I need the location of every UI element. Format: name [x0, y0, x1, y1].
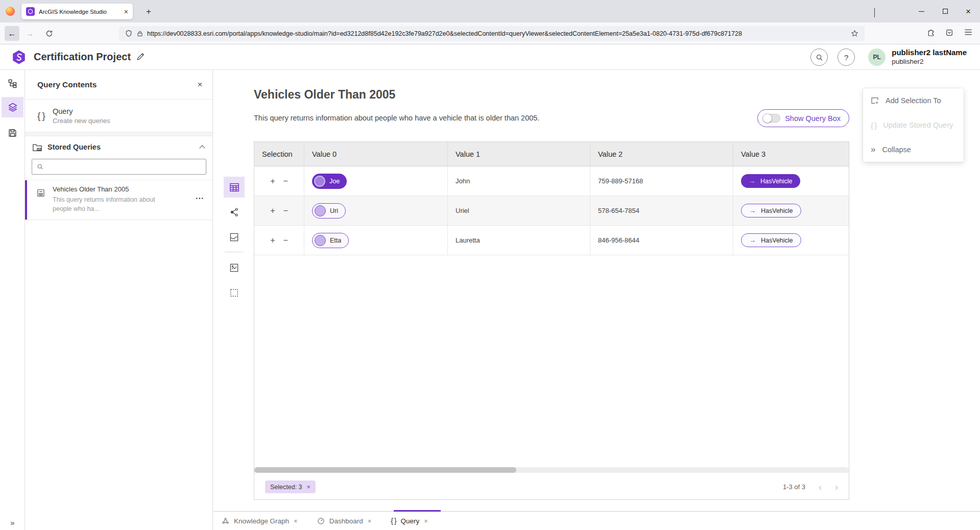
edit-title-icon[interactable] [136, 52, 146, 61]
cell-phone[interactable]: 846-956-8644 [590, 226, 733, 255]
panel-title: Query Contents [37, 80, 198, 89]
cell-name[interactable]: John [448, 166, 590, 196]
search-input[interactable] [47, 163, 201, 171]
firefox-icon[interactable] [6, 7, 15, 16]
menu-item-add-selection-to[interactable]: Add Selection To [863, 88, 964, 113]
column-header[interactable]: Value 1 [448, 142, 590, 166]
table-view-icon[interactable] [224, 177, 245, 198]
toggle-track[interactable] [762, 114, 780, 123]
stored-query-doc-icon [36, 188, 45, 213]
query-contents-panel: Query Contents × { } Query Create new qu… [25, 70, 213, 530]
tab-knowledge-graph[interactable]: Knowledge Graph × [222, 517, 298, 525]
toolbar-divider [225, 252, 244, 252]
query-item-subtitle: Create new queries [53, 117, 110, 125]
tab-label: Query [401, 517, 420, 525]
show-query-box-toggle[interactable]: Show Query Box [757, 109, 849, 127]
data-model-icon[interactable] [2, 73, 23, 93]
window-close-button[interactable]: × [957, 0, 980, 22]
braces-icon: { } [391, 517, 396, 525]
close-tab-icon[interactable]: × [294, 517, 298, 525]
window-minimize-button[interactable] [910, 0, 933, 22]
forward-button[interactable]: → [22, 26, 37, 41]
contents-layers-icon[interactable] [2, 97, 23, 117]
column-header[interactable]: Value 2 [590, 142, 733, 166]
stored-query-options-icon[interactable]: ••• [196, 196, 204, 201]
collapse-section-icon[interactable] [199, 145, 205, 151]
column-header[interactable]: Selection [254, 142, 304, 166]
selected-count-label: Selected: 3 [270, 484, 302, 491]
active-tab-indicator [394, 510, 441, 512]
map-view-icon[interactable] [224, 227, 245, 248]
browser-tab[interactable]: ArcGIS Knowledge Studio × [21, 4, 133, 19]
browser-navbar: ← → https://dev0028833.esri.com/portal/a… [0, 22, 980, 44]
add-to-selection-button[interactable]: + [270, 177, 275, 185]
list-all-tabs-icon[interactable] [874, 8, 875, 17]
previous-page-icon[interactable]: ‹ [819, 483, 822, 492]
relationship-label: HasVehicle [760, 178, 793, 185]
imagery-view-icon[interactable] [224, 257, 245, 278]
entity-avatar [314, 176, 325, 187]
tab-query[interactable]: { } Query × [391, 517, 428, 525]
header-search-button[interactable] [810, 49, 828, 66]
column-header[interactable]: Value 3 [733, 142, 849, 166]
remove-from-selection-button[interactable]: − [283, 236, 288, 245]
relationship-pill[interactable]: → HasVehicle [741, 233, 801, 247]
stored-queries-search[interactable] [32, 159, 206, 175]
menu-item-collapse[interactable]: » Collapse [863, 137, 964, 162]
cell-name[interactable]: Uriel [448, 196, 590, 225]
project-title: Certification Project [34, 51, 131, 63]
remove-from-selection-button[interactable]: − [283, 207, 288, 215]
entity-pill[interactable]: Joe [312, 174, 347, 189]
cell-name[interactable]: Lauretta [448, 226, 590, 255]
user-info[interactable]: publisher2 lastName publisher2 [892, 48, 967, 66]
column-header[interactable]: Value 0 [304, 142, 448, 166]
app-menu-icon[interactable] [964, 29, 972, 36]
link-chart-view-icon[interactable] [224, 202, 245, 223]
scrollbar-thumb[interactable] [254, 467, 516, 473]
app-header: Certification Project ? PL publisher2 la… [0, 44, 980, 70]
panel-close-icon[interactable]: × [198, 80, 202, 89]
cell-phone[interactable]: 578-654-7854 [590, 196, 733, 225]
reload-button[interactable] [42, 26, 57, 41]
entity-pill[interactable]: Uri [312, 203, 346, 219]
url-text[interactable]: https://dev0028833.esri.com/portal/apps/… [147, 30, 846, 37]
add-to-selection-button[interactable]: + [270, 236, 275, 245]
save-to-pocket-icon[interactable] [945, 29, 953, 37]
tab-dashboard[interactable]: Dashboard × [317, 517, 372, 525]
dashboard-gauge-icon [317, 517, 325, 525]
window-maximize-button[interactable] [934, 0, 957, 22]
extensions-icon[interactable] [927, 29, 935, 37]
table-header-row: Selection Value 0 Value 1 Value 2 Value … [254, 142, 849, 166]
tracking-shield-icon[interactable] [125, 30, 132, 37]
bottom-tabbar: Knowledge Graph × Dashboard × { } Query … [213, 511, 980, 530]
relationship-pill[interactable]: → HasVehicle [741, 204, 801, 218]
stored-query-item[interactable]: Vehicles Older Than 2005 This query retu… [25, 180, 212, 220]
tab-close-icon[interactable]: × [124, 8, 128, 16]
url-bar[interactable]: https://dev0028833.esri.com/portal/apps/… [119, 26, 865, 41]
query-item[interactable]: { } Query Create new queries [25, 100, 212, 132]
stored-queries-header[interactable]: Stored Queries [25, 136, 212, 158]
selected-count-chip[interactable]: Selected: 3 × [265, 480, 316, 493]
save-icon[interactable] [2, 123, 23, 143]
expand-rail-icon[interactable]: » [0, 518, 25, 527]
remove-from-selection-button[interactable]: − [283, 177, 288, 185]
menu-item-update-stored-query[interactable]: { } Update Stored Query [863, 113, 964, 137]
close-tab-icon[interactable]: × [424, 517, 428, 525]
menu-item-label: Add Selection To [886, 97, 941, 105]
lock-icon[interactable] [137, 30, 143, 37]
close-tab-icon[interactable]: × [368, 517, 372, 525]
selection-tool-icon[interactable] [224, 282, 245, 303]
relationship-pill[interactable]: → HasVehicle [741, 174, 800, 188]
tab-label: Knowledge Graph [234, 517, 289, 525]
entity-pill[interactable]: Etta [312, 233, 349, 248]
user-avatar[interactable]: PL [868, 49, 886, 66]
next-page-icon[interactable]: › [835, 483, 838, 492]
horizontal-scrollbar[interactable] [254, 467, 849, 473]
back-button[interactable]: ← [5, 26, 19, 41]
add-to-selection-button[interactable]: + [270, 207, 275, 215]
new-tab-button[interactable]: + [142, 5, 155, 18]
clear-selection-icon[interactable]: × [307, 483, 311, 491]
cell-phone[interactable]: 759-889-57168 [590, 166, 733, 196]
help-button[interactable]: ? [838, 49, 855, 66]
bookmark-star-icon[interactable] [851, 30, 858, 37]
